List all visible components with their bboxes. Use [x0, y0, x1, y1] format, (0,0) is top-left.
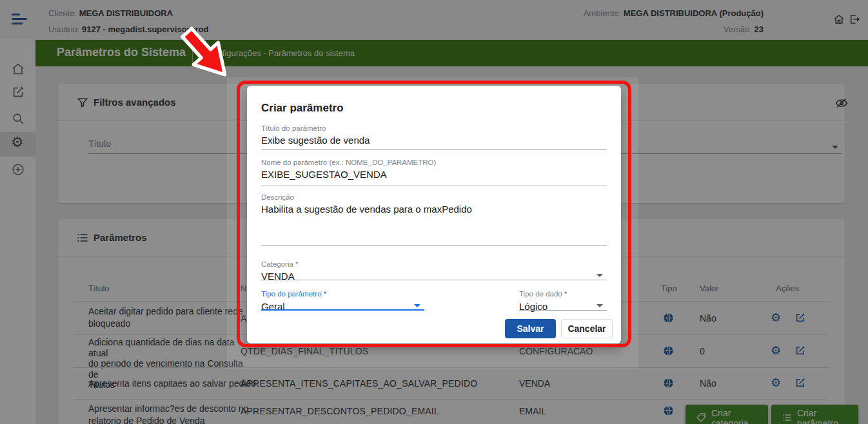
nome-field-input[interactable]: EXIBE_SUGESTAO_VENDA — [261, 169, 387, 180]
app-window: Cliente: MEGA DISTRIBUIDORA Usuário: 912… — [0, 0, 868, 424]
tipo-parametro-select-label: Tipo do parâmetro * — [261, 290, 326, 298]
titulo-field-label: Título do parâmetro — [261, 124, 326, 132]
descricao-field-label: Descrição — [261, 193, 294, 201]
save-button[interactable]: Salvar — [505, 319, 556, 338]
tipo-dado-select-label: Tipo de dado * — [519, 290, 567, 298]
tipo-parametro-dropdown-icon[interactable] — [414, 304, 420, 307]
nome-field-label: Nome do parâmetro (ex.: NOME_DO_PARAMETR… — [261, 159, 436, 166]
tipo-dado-dropdown-icon[interactable] — [597, 304, 603, 307]
create-parameter-dialog: Criar parâmetro Título do parâmetro Exib… — [247, 86, 621, 343]
dialog-title: Criar parâmetro — [261, 102, 344, 115]
titulo-field-input[interactable]: Exibe sugestão de venda — [261, 135, 370, 146]
categoria-select-label: Categoria * — [261, 260, 299, 268]
categoria-dropdown-icon[interactable] — [597, 274, 603, 277]
cancel-button[interactable]: Cancelar — [561, 319, 613, 338]
descricao-field-input[interactable]: Habilita a sugestão de vendas para o max… — [261, 204, 472, 215]
